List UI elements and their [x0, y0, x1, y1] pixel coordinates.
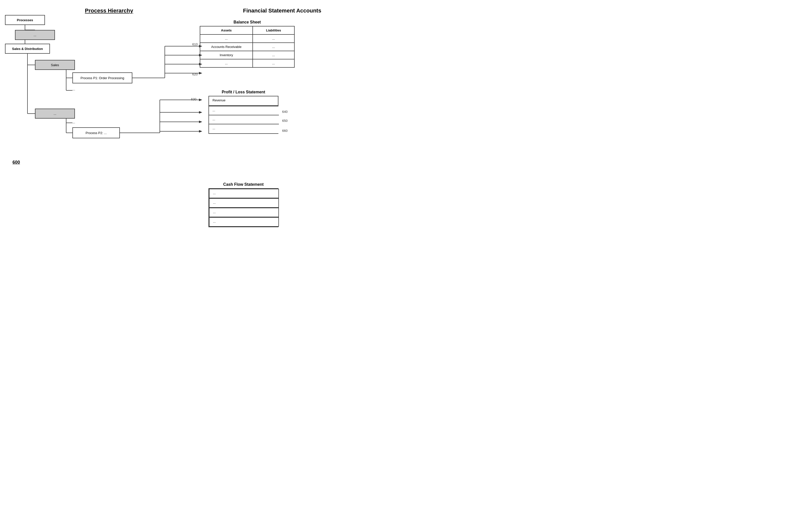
label-640: 640 [282, 110, 288, 114]
svg-marker-34 [199, 111, 202, 114]
cf-row-3: ... [209, 208, 279, 217]
svg-marker-31 [199, 99, 202, 101]
pnl-row-1: ... [209, 106, 279, 115]
cf-row-2: ... [209, 198, 279, 208]
diagram-container: Process Hierarchy Financial Statement Ac… [0, 0, 398, 266]
cf-row-4: ... [209, 217, 279, 227]
label-660: 660 [282, 129, 288, 133]
box-ellipsis-2: ... [35, 109, 75, 119]
bs-row-3-asset: Inventory [200, 51, 253, 59]
bs-row-1-asset: ... [200, 35, 253, 43]
bs-row-4-asset: ... [200, 59, 253, 68]
cashflow-section: Cash Flow Statement ... ... ... ... [208, 182, 279, 227]
bs-row-1-liability: ... [253, 35, 295, 43]
pnl-row-3: ... [209, 124, 279, 133]
svg-marker-36 [199, 120, 202, 123]
box-processes-label: Processes [17, 18, 33, 22]
pnl-revenue: Revenue [208, 96, 279, 106]
bs-row-2: Accounts Receivable ... [200, 43, 295, 51]
title-process-hierarchy: Process Hierarchy [85, 7, 133, 14]
svg-marker-38 [199, 130, 202, 133]
pnl-row-2: ... [209, 115, 279, 124]
bs-row-4: ... ... [200, 59, 295, 68]
connections-svg [0, 0, 398, 266]
svg-marker-26 [199, 72, 202, 74]
box-ellipsis-1-label: ... [34, 33, 36, 37]
title-financial-statement: Financial Statement Accounts [217, 7, 347, 14]
label-600: 600 [13, 160, 20, 165]
box-ellipsis-1: ... [15, 30, 55, 40]
box-process-p2: Process P2: ... [72, 127, 120, 138]
box-sales: Sales [35, 60, 75, 70]
balance-sheet-table: Assets Liabilities ... ... Accounts Rece… [200, 26, 295, 68]
box-process-p1: Process P1: Order Processing [72, 72, 132, 83]
cashflow-table: ... ... ... ... [208, 188, 279, 227]
col-assets: Assets [200, 26, 253, 35]
ellipsis-p1-child-label: ... [72, 88, 75, 91]
bs-row-2-liability: ... [253, 43, 295, 51]
box-sales-label: Sales [51, 63, 59, 67]
cashflow-title: Cash Flow Statement [208, 182, 279, 187]
bs-row-3-liability: ... [253, 51, 295, 59]
pnl-section: Profit / Loss Statement Revenue ... ... … [208, 90, 279, 134]
bs-row-1: ... ... [200, 35, 295, 43]
box-ellipsis-2-label: ... [54, 112, 56, 116]
box-process-p1-label: Process P1: Order Processing [81, 76, 124, 80]
label-630: 630 [191, 97, 196, 101]
bs-row-2-asset: Accounts Receivable [200, 43, 253, 51]
label-620: 620 [192, 72, 198, 76]
ellipsis-3-label: ... [72, 120, 75, 124]
label-650: 650 [282, 119, 288, 122]
label-610: 610 [192, 42, 198, 46]
balance-sheet-title: Balance Sheet [200, 20, 295, 24]
cf-row-1: ... [209, 189, 279, 198]
ellipsis-3: ... [72, 120, 75, 124]
bs-row-3: Inventory ... [200, 51, 295, 59]
pnl-title: Profit / Loss Statement [208, 90, 279, 94]
box-processes: Processes [5, 15, 45, 25]
box-process-p2-label: Process P2: ... [86, 131, 107, 135]
ellipsis-p1-child: ... [72, 88, 88, 93]
balance-sheet-section: Balance Sheet Assets Liabilities ... ...… [200, 20, 295, 68]
box-sales-dist-label: Sales & Distribution [12, 47, 43, 51]
box-sales-dist: Sales & Distribution [5, 44, 50, 54]
pnl-group: ... ... ... [208, 106, 279, 134]
col-liabilities: Liabilities [253, 26, 295, 35]
bs-row-4-liability: ... [253, 59, 295, 68]
